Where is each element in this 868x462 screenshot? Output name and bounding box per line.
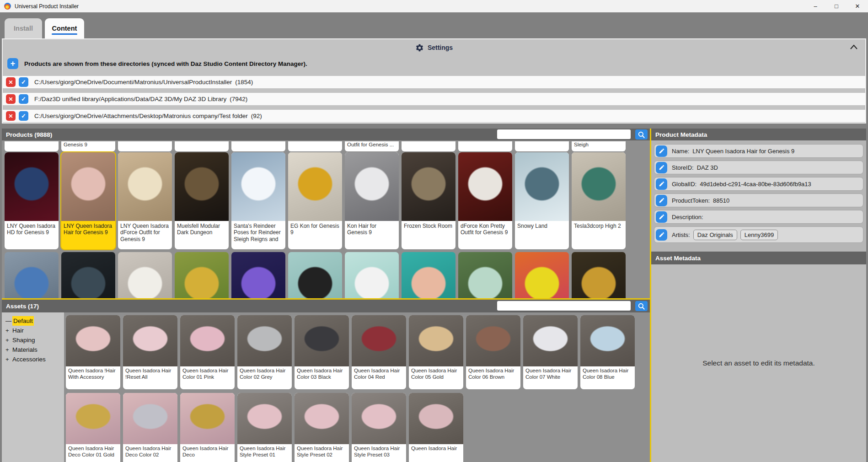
asset-card[interactable]: Queen Isadora Hair Color 05 Gold	[409, 315, 463, 389]
tree-toggle-icon[interactable]: +	[5, 345, 12, 355]
product-card[interactable]	[572, 252, 626, 298]
directory-path: F:/Daz3D unified library/Applications/Da…	[34, 96, 226, 102]
tree-toggle-icon[interactable]: +	[5, 355, 12, 364]
asset-card[interactable]: Queen Isadora Hair Deco	[180, 393, 235, 462]
product-card[interactable]: dForce Kon Pretty Outfit for Genesis 9	[458, 152, 512, 249]
asset-card[interactable]: Queen Isadora Hair Style Preset 02	[295, 393, 349, 462]
asset-card[interactable]: Queen Isadora Hair Style Preset 03	[352, 393, 406, 462]
product-card-partial[interactable]	[175, 141, 229, 151]
product-card-partial[interactable]	[515, 141, 569, 151]
assets-section: —Default+Hair+Shaping+Materials+Accessor…	[2, 312, 650, 462]
directory-checkbox[interactable]: ✓	[19, 94, 28, 104]
minimize-button[interactable]: –	[805, 0, 826, 12]
asset-card[interactable]: Queen Isadora Hair Color 06 Brown	[466, 315, 520, 389]
product-card[interactable]: LNY Queen Isadora Hair for Genesis 9	[61, 152, 115, 249]
product-card-partial[interactable]	[402, 141, 455, 151]
product-card[interactable]: EG Kon for Genesis 9	[288, 152, 342, 249]
product-card[interactable]: Tesla3dcorp High 2	[572, 152, 626, 249]
tab-content[interactable]: Content	[45, 18, 84, 38]
tree-toggle-icon[interactable]: +	[5, 335, 12, 345]
asset-card[interactable]: Queen Isadora Hair Deco Color 02	[123, 393, 177, 462]
product-card[interactable]: Frozen Stock Room	[402, 152, 455, 249]
product-card-partial[interactable]: Genesis 9	[61, 141, 115, 151]
settings-header[interactable]: Settings	[3, 39, 865, 56]
tab-install[interactable]: Install	[5, 18, 42, 38]
edit-field-button[interactable]	[656, 229, 667, 241]
metadata-row: GlobalID:49d1debd-c291-4caa-80be-83d606f…	[654, 177, 863, 191]
asset-tree-item-materials[interactable]: +Materials	[5, 345, 64, 355]
directory-checkbox[interactable]: ✓	[19, 111, 28, 121]
asset-card[interactable]: Queen Isadora Hair !Reset All	[123, 315, 177, 389]
products-search-button[interactable]	[635, 129, 648, 140]
edit-field-button[interactable]	[656, 195, 667, 206]
product-card[interactable]	[5, 252, 59, 298]
asset-card[interactable]: Queen Isadora Hair Color 04 Red	[352, 315, 406, 389]
asset-card[interactable]: Queen Isadora Hair Color 03 Black	[295, 315, 349, 389]
asset-card[interactable]: Queen Isadora Hair Color 02 Grey	[237, 315, 292, 389]
edit-field-button[interactable]	[656, 162, 667, 173]
asset-card[interactable]: Queen Isadora Hair Color 01 Pink	[180, 315, 235, 389]
tree-toggle-icon[interactable]: —	[5, 316, 12, 326]
product-card-label: LNY Queen Isadora Hair for Genesis 9	[61, 221, 115, 249]
asset-card[interactable]: Queen Isadora !Hair With Accessory	[66, 315, 120, 389]
remove-directory-button[interactable]: ✕	[6, 94, 16, 104]
directory-checkbox[interactable]: ✓	[19, 77, 28, 87]
metadata-field-label: Name:	[672, 148, 689, 155]
asset-tree-item-default[interactable]: —Default	[5, 316, 64, 326]
product-card[interactable]	[175, 252, 229, 298]
asset-card[interactable]: Queen Isadora Hair Color 07 White	[523, 315, 578, 389]
product-card[interactable]	[458, 252, 512, 298]
asset-card[interactable]: Queen Isadora Hair Style Preset 01	[237, 393, 292, 462]
tree-label: Hair	[12, 326, 24, 335]
remove-directory-button[interactable]: ✕	[6, 77, 16, 87]
artist-chip[interactable]: Lenny3699	[740, 230, 778, 240]
product-card[interactable]	[231, 252, 285, 298]
asset-card[interactable]: Queen Isadora Hair Deco Color 01 Gold	[66, 393, 120, 462]
maximize-button[interactable]: □	[826, 0, 847, 12]
asset-tree-item-accessories[interactable]: +Accessories	[5, 355, 64, 364]
assets-row-2: Queen Isadora Hair Deco Color 01 GoldQue…	[66, 393, 635, 462]
collapse-settings-button[interactable]	[848, 43, 860, 53]
asset-tree-item-shaping[interactable]: +Shaping	[5, 335, 64, 345]
directory-path: C:/Users/giorg/OneDrive/Documenti/Matron…	[34, 79, 232, 86]
tree-toggle-icon[interactable]: +	[5, 326, 12, 335]
product-card-partial[interactable]	[458, 141, 512, 151]
edit-field-button[interactable]	[656, 178, 667, 190]
assets-search-input[interactable]	[497, 301, 631, 311]
search-icon	[638, 131, 645, 139]
add-directory-button[interactable]: +	[7, 58, 18, 69]
product-card-partial[interactable]	[5, 141, 59, 151]
product-card[interactable]	[61, 252, 115, 298]
product-card[interactable]: LNY Queen Isadora HD for Genesis 9	[5, 152, 59, 249]
product-card-partial[interactable]	[118, 141, 172, 151]
product-card[interactable]: Kon Hair for Genesis 9	[345, 152, 399, 249]
product-card[interactable]	[402, 252, 455, 298]
product-card[interactable]: Snowy Land	[515, 152, 569, 249]
product-card[interactable]: Muelsfell Modular Dark Dungeon	[175, 152, 229, 249]
product-card[interactable]: Santa's Reindeer Poses for Reindeer Slei…	[231, 152, 285, 249]
edit-field-button[interactable]	[656, 145, 667, 157]
asset-card[interactable]: Queen Isadora Hair	[409, 393, 463, 462]
product-card[interactable]	[118, 252, 172, 298]
artist-chip[interactable]: Daz Originals	[693, 230, 737, 240]
product-card[interactable]	[345, 252, 399, 298]
product-metadata-header: Product Metadata	[651, 129, 866, 140]
close-button[interactable]: ✕	[847, 0, 868, 12]
product-card-partial[interactable]: Outfit for Genesis ...	[345, 141, 399, 151]
product-card[interactable]	[515, 252, 569, 298]
remove-directory-button[interactable]: ✕	[6, 111, 16, 121]
product-card-partial[interactable]	[288, 141, 342, 151]
product-card-partial[interactable]	[231, 141, 285, 151]
asset-card-label: Queen Isadora Hair Color 07 White	[523, 366, 578, 389]
directory-list: ✕✓C:/Users/giorg/OneDrive/Documenti/Matr…	[3, 76, 865, 122]
product-card-partial[interactable]: Sleigh	[572, 141, 626, 151]
edit-field-button[interactable]	[656, 211, 667, 223]
asset-tree-item-hair[interactable]: +Hair	[5, 326, 64, 335]
products-search-input[interactable]	[497, 129, 631, 139]
asset-card[interactable]: Queen Isadora Hair Color 08 Blue	[580, 315, 635, 389]
assets-search-button[interactable]	[635, 301, 648, 311]
product-card[interactable]: LNY Queen Isadora dForce Outfit for Gene…	[118, 152, 172, 249]
asset-metadata-title: Asset Metadata	[655, 255, 701, 262]
tab-content-label: Content	[52, 25, 77, 32]
product-card[interactable]	[288, 252, 342, 298]
